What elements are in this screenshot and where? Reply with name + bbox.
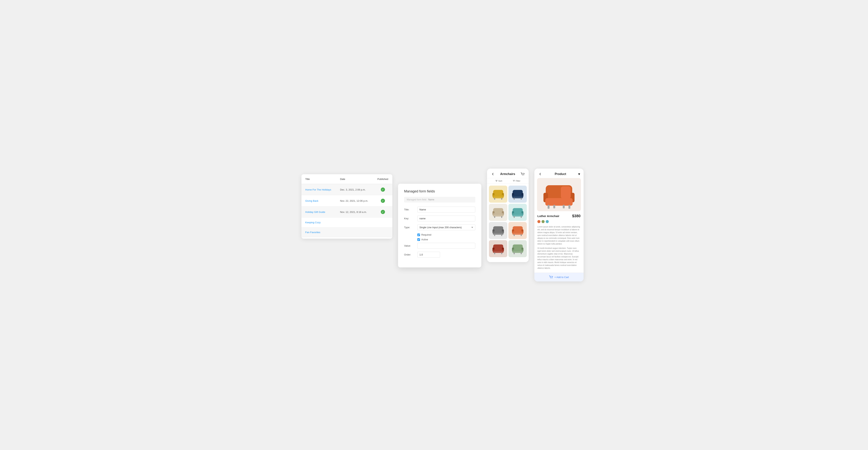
blog-date-cell: Dec. 3, 2021, 2:06 p.m.	[336, 184, 373, 195]
value-input[interactable]	[417, 243, 475, 249]
svg-rect-5	[493, 195, 503, 198]
svg-rect-6	[494, 198, 495, 200]
svg-rect-23	[512, 213, 523, 216]
filter-sort-row: Sort Filter	[487, 178, 529, 184]
armchair-item[interactable]	[489, 204, 507, 221]
filter-label: Filter	[516, 180, 520, 182]
product-name: Luther Armchair	[537, 214, 559, 218]
product-back-button[interactable]	[538, 172, 543, 176]
col-published: Published	[373, 174, 392, 184]
svg-rect-36	[514, 234, 515, 236]
published-check: ✓	[381, 199, 385, 203]
blog-row: Giving Back Nov. 22, 2021, 12:06 p.m. ✓	[302, 195, 392, 206]
armchair-item[interactable]	[508, 222, 527, 239]
color-swatch[interactable]	[546, 220, 549, 223]
product-image	[537, 178, 581, 211]
color-swatch[interactable]	[537, 220, 540, 223]
blog-title-cell: Holiday Gift Guide	[302, 206, 336, 218]
blog-title-link[interactable]: Giving Back	[305, 200, 318, 202]
svg-point-60	[552, 278, 552, 279]
armchair-item[interactable]	[489, 240, 507, 257]
active-row: Active	[417, 238, 475, 241]
sort-icon	[495, 180, 498, 182]
color-swatch[interactable]	[541, 220, 545, 223]
blog-panel: Title Date Published Home For The Holida…	[302, 174, 392, 239]
required-label: Required	[421, 233, 431, 236]
armchair-item[interactable]	[489, 186, 507, 203]
blog-title-link[interactable]: Home For The Holidays	[305, 188, 331, 191]
svg-rect-55	[548, 205, 550, 209]
heart-icon[interactable]: ♥	[578, 172, 580, 176]
blog-title-cell: Fan Favorites	[302, 228, 336, 237]
active-checkbox[interactable]	[417, 238, 420, 241]
key-row: Key:	[404, 215, 475, 221]
svg-rect-17	[493, 213, 503, 216]
order-input[interactable]	[417, 252, 440, 258]
blog-title-link[interactable]: Holiday Gift Guide	[305, 211, 325, 213]
svg-rect-12	[514, 198, 515, 200]
svg-rect-18	[494, 216, 495, 218]
armchairs-title: Armchairs	[495, 172, 520, 176]
type-select[interactable]: Single Line Input (max 200 characters)Mu…	[417, 224, 475, 230]
svg-rect-48	[514, 252, 515, 254]
blog-title-link[interactable]: Keeping Cozy	[305, 221, 320, 224]
blog-title-cell: Home For The Holidays	[302, 184, 336, 195]
armchair-item[interactable]	[508, 186, 527, 203]
blog-date-cell	[336, 218, 373, 228]
armchair-item[interactable]	[508, 240, 527, 257]
product-chair-svg	[540, 180, 578, 210]
required-row: Required	[417, 233, 475, 236]
svg-rect-31	[501, 234, 502, 236]
value-label: Value:	[404, 244, 417, 247]
form-panel: Managed form fields Managed form field: …	[398, 184, 481, 267]
svg-rect-49	[521, 252, 522, 254]
svg-point-1	[524, 175, 524, 176]
armchair-svg	[511, 206, 525, 218]
title-label: Title:	[404, 208, 417, 211]
svg-rect-57	[553, 205, 555, 208]
armchair-item[interactable]	[508, 204, 527, 221]
svg-rect-19	[501, 216, 502, 218]
key-input[interactable]	[417, 215, 475, 221]
col-title: Title	[302, 174, 336, 184]
svg-rect-29	[493, 231, 503, 235]
blog-published-cell: ✓	[373, 206, 392, 218]
title-input[interactable]	[417, 207, 475, 212]
type-label: Type:	[404, 226, 417, 229]
color-swatches	[537, 220, 581, 223]
form-hint-value: Name	[428, 198, 434, 201]
svg-rect-24	[514, 216, 515, 218]
armchairs-cart-button[interactable]	[520, 172, 525, 176]
svg-rect-43	[501, 252, 502, 254]
armchairs-header: Armchairs	[487, 169, 529, 178]
svg-rect-47	[512, 249, 523, 253]
blog-date-cell: Nov. 22, 2021, 12:06 p.m.	[336, 195, 373, 206]
product-price: $380	[572, 214, 581, 218]
add-to-cart-button[interactable]: + Add to Cart	[534, 273, 584, 281]
blog-title-cell: Giving Back	[302, 195, 336, 206]
cart-add-icon	[549, 275, 553, 279]
col-date: Date	[336, 174, 373, 184]
blog-title-link[interactable]: Fan Favorites	[305, 231, 320, 234]
product-info: Luther Armchair $380 Lorem ipsum dolor s…	[534, 211, 584, 273]
add-to-cart-label: + Add to Cart	[554, 276, 569, 279]
svg-rect-42	[494, 252, 495, 254]
sort-button[interactable]: Sort	[495, 180, 502, 182]
blog-published-cell	[373, 218, 392, 228]
svg-point-59	[551, 278, 551, 279]
armchairs-back-button[interactable]	[490, 172, 495, 176]
svg-rect-41	[493, 249, 503, 253]
back-icon	[491, 172, 495, 176]
blog-title-cell: Keeping Cozy	[302, 218, 336, 228]
filter-button[interactable]: Filter	[513, 180, 520, 182]
required-checkbox[interactable]	[417, 234, 420, 236]
published-check: ✓	[381, 187, 385, 192]
order-row: Order:	[404, 252, 475, 258]
armchair-svg	[491, 224, 505, 236]
armchair-item[interactable]	[489, 222, 507, 239]
value-row: Value:	[404, 243, 475, 249]
product-header: Product ♥	[534, 169, 584, 178]
blog-published-cell: ✓	[373, 195, 392, 206]
armchair-svg	[491, 206, 505, 218]
svg-rect-56	[568, 205, 570, 209]
